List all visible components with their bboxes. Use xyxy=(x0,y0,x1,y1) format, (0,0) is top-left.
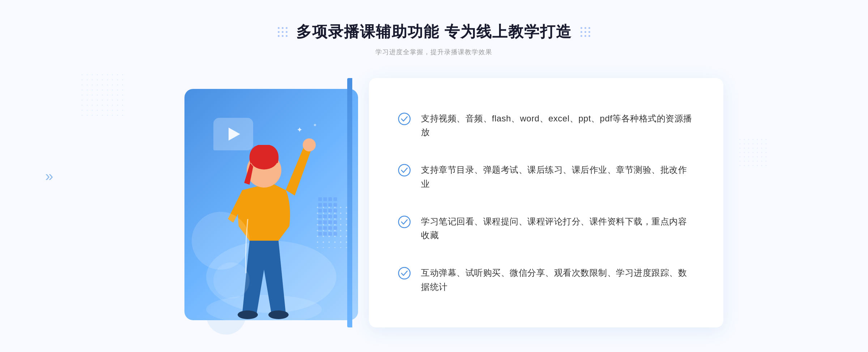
dots-decoration-left xyxy=(80,72,123,116)
svg-text:✦: ✦ xyxy=(313,122,317,128)
accent-bar xyxy=(347,78,352,327)
svg-point-5 xyxy=(238,310,258,319)
check-circle-icon-4 xyxy=(398,267,411,280)
illustration-area: ✦ ✦ xyxy=(166,78,376,338)
svg-point-6 xyxy=(268,310,289,319)
feature-text-4: 互动弹幕、试听购买、微信分享、观看次数限制、学习进度跟踪、数据统计 xyxy=(421,266,694,294)
deco-circle-inner-2 xyxy=(213,262,250,299)
check-circle-icon-2 xyxy=(398,164,411,177)
page-container: » 多项录播课 xyxy=(0,0,868,352)
svg-point-9 xyxy=(399,113,410,125)
title-dots-right xyxy=(580,27,590,37)
svg-point-12 xyxy=(399,267,410,279)
svg-point-10 xyxy=(399,164,410,176)
deco-circle-inner-1 xyxy=(192,212,250,270)
blue-bg-card: ✦ ✦ xyxy=(184,89,358,320)
feature-item-1: 支持视频、音频、flash、word、excel、ppt、pdf等各种格式的资源… xyxy=(398,104,694,147)
main-title: 多项录播课辅助功能 专为线上教学打造 xyxy=(296,22,572,42)
subtitle: 学习进度全掌握，提升录播课教学效果 xyxy=(375,48,492,56)
feature-text-3: 学习笔记回看、课程提问、课程评论打分、课件资料下载，重点内容收藏 xyxy=(421,215,694,242)
feature-item-4: 互动弹幕、试听购买、微信分享、观看次数限制、学习进度跟踪、数据统计 xyxy=(398,259,694,301)
check-circle-icon-1 xyxy=(398,112,411,125)
feature-item-2: 支持章节目录、弹题考试、课后练习、课后作业、章节测验、批改作业 xyxy=(398,156,694,198)
title-row: 多项录播课辅助功能 专为线上教学打造 xyxy=(278,22,590,42)
features-panel: 支持视频、音频、flash、word、excel、ppt、pdf等各种格式的资源… xyxy=(369,78,723,327)
title-dots-left xyxy=(278,27,288,37)
stripes-decoration xyxy=(318,197,340,226)
dots-decoration-right xyxy=(738,137,767,166)
nav-arrow-left[interactable]: » xyxy=(45,168,53,184)
feature-text-1: 支持视频、音频、flash、word、excel、ppt、pdf等各种格式的资源… xyxy=(421,112,694,139)
check-circle-icon-3 xyxy=(398,215,411,228)
main-content: ✦ ✦ xyxy=(166,78,702,338)
svg-text:✦: ✦ xyxy=(297,126,303,134)
feature-text-2: 支持章节目录、弹题考试、课后练习、课后作业、章节测验、批改作业 xyxy=(421,163,694,191)
svg-point-2 xyxy=(303,138,316,151)
svg-point-11 xyxy=(399,216,410,228)
header-section: 多项录播课辅助功能 专为线上教学打造 xyxy=(278,22,590,56)
feature-item-3: 学习笔记回看、课程提问、课程评论打分、课件资料下载，重点内容收藏 xyxy=(398,207,694,250)
